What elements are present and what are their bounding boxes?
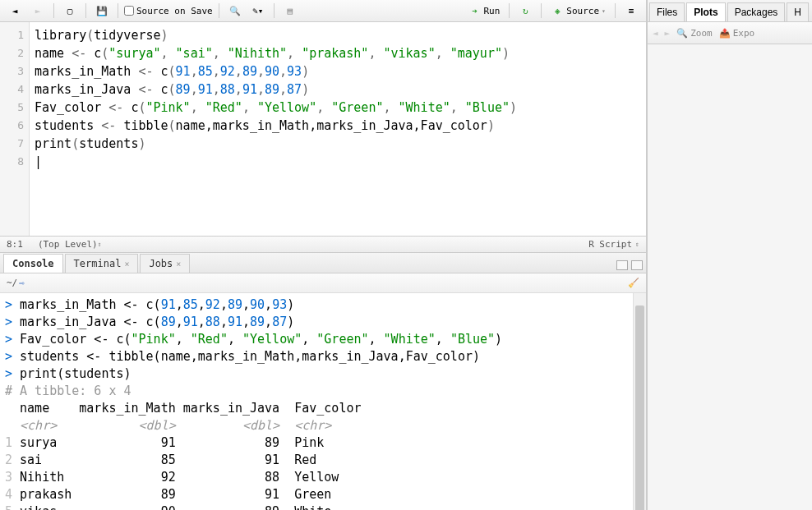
arrow-right-icon: ► — [31, 4, 44, 17]
rerun-button[interactable]: ↻ — [515, 2, 535, 19]
console-path-icon[interactable]: ⇨ — [19, 278, 25, 288]
tab-terminal[interactable]: Terminal× — [65, 254, 139, 273]
scope-dropdown-icon[interactable]: ⇕ — [98, 241, 102, 248]
source-on-save-label: Source on Save — [136, 6, 213, 16]
find-button[interactable]: 🔍 — [225, 2, 245, 19]
zoom-button[interactable]: 🔍Zoom — [676, 28, 713, 39]
tab-packages[interactable]: Packages — [727, 2, 786, 21]
console-path: ~/ — [7, 278, 17, 288]
rerun-icon: ↻ — [519, 4, 532, 17]
forward-button[interactable]: ► — [28, 2, 48, 19]
line-gutter: 1 2 3 4 5 6 7 8 — [0, 22, 30, 236]
plot-forward-button[interactable]: ► — [665, 28, 671, 39]
plots-toolbar: ◄ ► 🔍Zoom 📤Expo — [648, 22, 812, 44]
editor-toolbar: ◄ ► ▢ 💾 Source on Save 🔍 ✎▾ ▤ ➔Run ↻ ◈So… — [0, 0, 646, 22]
console-scrollbar[interactable] — [633, 293, 646, 510]
plot-back-button[interactable]: ◄ — [653, 28, 658, 39]
code-area[interactable]: library(tidyverse) name <- c("surya", "s… — [30, 22, 646, 236]
editor-statusbar: 8:1 (Top Level) ⇕ R Script ⇕ — [0, 236, 646, 252]
popout-icon: ▢ — [63, 4, 76, 17]
source-on-save-input[interactable] — [124, 6, 134, 16]
show-in-new-window-button[interactable]: ▢ — [60, 2, 80, 19]
save-button[interactable]: 💾 — [92, 2, 112, 19]
scrollbar-thumb[interactable] — [635, 306, 644, 510]
scope-label[interactable]: (Top Level) — [38, 239, 98, 250]
run-icon: ➔ — [468, 4, 481, 17]
right-panel: Files Plots Packages H ◄ ► 🔍Zoom 📤Expo — [647, 0, 812, 510]
source-icon: ◈ — [551, 4, 564, 17]
zoom-icon: 🔍 — [676, 28, 688, 39]
minimize-pane-button[interactable] — [616, 260, 628, 270]
outline-icon: ≡ — [625, 4, 638, 17]
save-icon: 💾 — [95, 4, 108, 17]
code-editor[interactable]: 1 2 3 4 5 6 7 8 library(tidyverse) name … — [0, 22, 646, 236]
tab-jobs[interactable]: Jobs× — [140, 254, 190, 273]
console-header: ~/ ⇨ 🧹 — [0, 273, 646, 293]
source-on-save-checkbox[interactable]: Source on Save — [124, 6, 213, 16]
export-button[interactable]: 📤Expo — [719, 28, 755, 39]
run-button[interactable]: ➔Run — [464, 2, 503, 19]
close-icon[interactable]: × — [176, 260, 181, 269]
tab-help[interactable]: H — [787, 2, 809, 21]
right-tab-bar: Files Plots Packages H — [648, 0, 812, 22]
report-button[interactable]: ▤ — [280, 2, 300, 19]
clear-console-icon[interactable]: 🧹 — [628, 278, 639, 288]
report-icon: ▤ — [284, 4, 297, 17]
console-output[interactable]: > marks_in_Math <- c(91,85,92,89,90,93)>… — [0, 293, 646, 510]
arrow-left-icon: ◄ — [8, 4, 21, 17]
outline-button[interactable]: ≡ — [621, 2, 641, 19]
console-tab-bar: Console Terminal× Jobs× — [0, 252, 646, 273]
source-button[interactable]: ◈Source ▾ — [547, 2, 609, 19]
export-icon: 📤 — [719, 28, 731, 39]
tab-plots[interactable]: Plots — [686, 2, 725, 21]
tab-console[interactable]: Console — [3, 254, 63, 273]
cursor-position: 8:1 — [7, 239, 23, 250]
search-icon: 🔍 — [228, 4, 242, 17]
file-type-label[interactable]: R Script — [588, 239, 632, 250]
close-icon[interactable]: × — [124, 260, 129, 269]
maximize-pane-button[interactable] — [631, 260, 643, 270]
file-type-dropdown-icon[interactable]: ⇕ — [635, 241, 639, 248]
wand-button[interactable]: ✎▾ — [248, 2, 268, 19]
tab-files[interactable]: Files — [649, 2, 685, 21]
wand-icon: ✎▾ — [251, 4, 265, 17]
back-button[interactable]: ◄ — [5, 2, 25, 19]
